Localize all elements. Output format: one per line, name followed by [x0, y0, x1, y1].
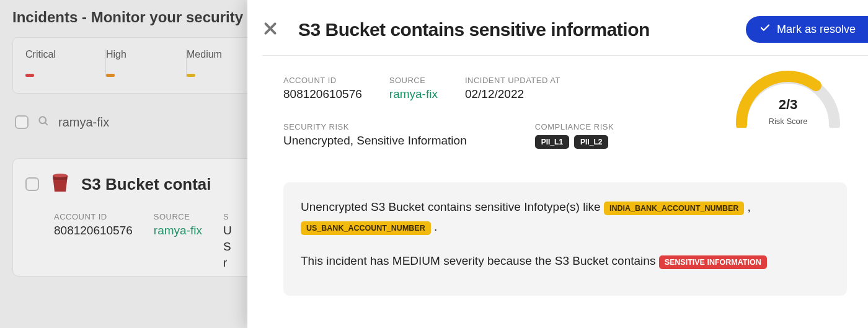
search-input[interactable] — [58, 115, 219, 130]
severity-label: Medium — [187, 49, 255, 60]
close-icon[interactable] — [262, 20, 278, 39]
meta-label: SOURCE — [154, 212, 202, 221]
s3-bucket-icon — [50, 172, 70, 196]
source-link[interactable]: ramya-fix — [389, 87, 438, 101]
severity-label: Critical — [25, 49, 93, 60]
meta-value: S — [223, 240, 232, 254]
meta-label: COMPLIANCE RISK — [535, 122, 614, 131]
svg-point-2 — [53, 174, 68, 177]
search-icon — [37, 115, 50, 130]
meta-label: ACCOUNT ID — [283, 76, 362, 85]
desc-text: Unencrypted S3 Bucket contains sensitive… — [301, 200, 604, 213]
incident-detail-panel: S3 Bucket contains sensitive information… — [247, 0, 868, 328]
risk-score-gauge: 2/3 Risk Score — [729, 66, 847, 126]
meta-label: ACCOUNT ID — [54, 212, 133, 221]
svg-line-1 — [45, 123, 48, 125]
account-id-value: 808120610576 — [54, 224, 133, 237]
button-label: Mark as resolve — [777, 23, 856, 36]
select-all-checkbox[interactable] — [15, 115, 29, 129]
panel-title: S3 Bucket contains sensitive information — [298, 19, 726, 40]
updated-value: 02/12/2022 — [465, 87, 560, 101]
meta-value: U — [223, 224, 232, 237]
security-risk-value: Unencrypted, Sensitive Information — [283, 134, 467, 148]
incident-title: S3 Bucket contai — [81, 175, 211, 194]
compliance-tag: PII_L2 — [574, 135, 608, 149]
severity-high[interactable]: High — [106, 49, 187, 77]
desc-text: . — [434, 220, 437, 233]
desc-text: , — [748, 200, 751, 213]
infotype-tag: INDIA_BANK_ACCOUNT_NUMBER — [604, 202, 744, 215]
meta-label: INCIDENT UPDATED AT — [465, 76, 560, 85]
severity-tag: SENSITIVE INFORMATION — [659, 255, 767, 269]
compliance-tag: PII_L1 — [535, 135, 569, 149]
desc-text: This incident has MEDIUM severity becaus… — [301, 254, 659, 267]
severity-label: High — [106, 49, 174, 60]
meta-value: r — [223, 256, 232, 270]
severity-critical[interactable]: Critical — [25, 49, 106, 77]
account-id-value: 808120610576 — [283, 87, 362, 101]
row-checkbox[interactable] — [25, 177, 39, 191]
severity-bar — [25, 74, 34, 77]
meta-label: S — [223, 212, 232, 221]
check-icon — [760, 22, 771, 37]
meta-label: SOURCE — [389, 76, 438, 85]
meta-label: SECURITY RISK — [283, 122, 467, 131]
severity-bar — [106, 74, 115, 77]
severity-bar — [187, 74, 195, 77]
mark-resolved-button[interactable]: Mark as resolve — [746, 16, 868, 43]
incident-description: Unencrypted S3 Bucket contains sensitive… — [283, 182, 847, 296]
infotype-tag: US_BANK_ACCOUNT_NUMBER — [301, 221, 431, 235]
svg-point-0 — [39, 117, 46, 123]
source-link[interactable]: ramya-fix — [154, 224, 202, 237]
